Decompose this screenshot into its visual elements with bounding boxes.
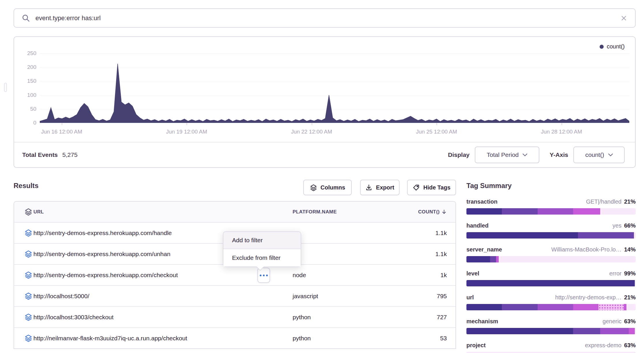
tag-bar-segment	[490, 256, 496, 262]
tag-distribution-bar[interactable]	[466, 304, 636, 310]
tag-percentage: 99%	[624, 270, 636, 277]
tag-distribution-bar[interactable]	[466, 280, 636, 286]
search-bar[interactable]: event.type:error has:url	[14, 8, 636, 28]
clear-search-icon[interactable]	[620, 14, 628, 22]
count-cell[interactable]: 727	[385, 314, 455, 321]
y-tick-label: 100	[19, 92, 36, 98]
url-cell[interactable]: http://sentry-demos-express.herokuapp.co…	[33, 272, 293, 279]
tag-bar-segment	[573, 208, 600, 215]
tag-percentage: 63%	[624, 342, 636, 349]
chart-legend[interactable]: count()	[600, 43, 625, 50]
tag-bar-segment	[466, 328, 573, 334]
count-cell[interactable]: 795	[385, 293, 455, 300]
sort-desc-icon	[441, 209, 447, 215]
column-header-platform[interactable]: PLATFORM.NAME	[293, 209, 385, 215]
tag-percentage: 63%	[624, 318, 636, 325]
hide-tags-button[interactable]: Hide Tags	[407, 180, 456, 195]
cell-actions-menu: Add to filter Exclude from filter	[223, 231, 301, 267]
x-tick-label: Jun 16 12:00 AM	[41, 129, 82, 135]
hide-tags-button-label: Hide Tags	[423, 184, 450, 191]
export-button-label: Export	[376, 184, 394, 191]
platform-cell[interactable]: javascript	[293, 293, 385, 300]
x-tick-label: Jun 22 12:00 AM	[291, 129, 332, 135]
tag-name: project	[466, 342, 486, 349]
tag-row: project express-demo 63%	[466, 342, 636, 353]
y-tick-label: 0	[19, 120, 36, 126]
tag-top-value: GET|/handled	[586, 198, 622, 205]
tag-icon	[413, 184, 420, 191]
total-events-label: Total Events	[22, 151, 58, 158]
platform-cell[interactable]: node	[293, 272, 385, 279]
table-row[interactable]: http://neilmanvar-flask-m3uuizd7iq-uc.a.…	[14, 327, 455, 348]
url-cell[interactable]: http://localhost:5000/	[33, 293, 293, 300]
count-cell[interactable]: 1k	[385, 272, 455, 279]
tag-percentage: 14%	[624, 246, 636, 253]
tag-bar-segment	[629, 328, 635, 334]
x-tick-label: Jun 25 12:00 AM	[416, 129, 457, 135]
tag-percentage: 21%	[624, 198, 636, 205]
platform-cell[interactable]: python	[293, 335, 385, 342]
search-input[interactable]: event.type:error has:url	[35, 14, 620, 22]
chart-footer: Total Events 5,275 Display Total Period …	[14, 142, 635, 167]
tag-distribution-bar[interactable]	[466, 352, 636, 353]
tag-percentage: 66%	[624, 222, 636, 229]
url-cell[interactable]: http://localhost:3003/checkout	[33, 314, 293, 321]
columns-button[interactable]: Columns	[303, 180, 352, 195]
tag-name: server_name	[466, 246, 502, 253]
chevron-down-icon	[608, 153, 613, 156]
y-tick-label: 50	[19, 106, 36, 112]
tag-bar-segment	[496, 256, 499, 262]
tag-bar-segment	[502, 208, 537, 215]
tag-name: url	[466, 294, 474, 301]
stack-icon	[14, 292, 33, 300]
tag-distribution-bar[interactable]	[466, 232, 636, 239]
stack-icon	[310, 184, 317, 191]
tag-bar-segment	[624, 304, 626, 310]
tag-bar-segment	[573, 304, 598, 310]
count-cell[interactable]: 1.1k	[385, 251, 455, 258]
tag-row: level error 99%	[466, 270, 636, 286]
column-header-url[interactable]: URL	[33, 209, 293, 215]
results-table: URL PLATFORM.NAME COUNT() http://sentry-…	[14, 201, 456, 349]
count-cell[interactable]: 1.1k	[385, 230, 455, 236]
tag-distribution-bar[interactable]	[466, 328, 636, 334]
table-row[interactable]: http://localhost:3003/checkout python 72…	[14, 306, 455, 327]
gridline	[40, 123, 629, 123]
x-tick-mark	[312, 123, 312, 125]
column-header-count[interactable]: COUNT()	[385, 209, 455, 215]
tag-distribution-bar[interactable]	[466, 208, 636, 215]
table-row[interactable]: http://localhost:5000/ javascript 795	[14, 285, 455, 306]
x-tick-mark	[187, 123, 187, 125]
tag-bar-segment	[600, 328, 629, 334]
tag-row: server_name Williams-MacBook-Pro.lo… 14%	[466, 246, 636, 262]
tag-percentage: 21%	[624, 294, 636, 301]
yaxis-select[interactable]: count()	[573, 147, 625, 163]
stack-icon	[14, 271, 33, 279]
x-tick-label: Jun 19 12:00 AM	[166, 129, 207, 135]
menu-item-exclude-from-filter[interactable]: Exclude from filter	[223, 249, 301, 266]
table-row[interactable]: http://sentry-demos-express.herokuapp.co…	[14, 264, 455, 285]
tag-summary-heading: Tag Summary	[466, 182, 636, 190]
export-button[interactable]: Export	[360, 180, 400, 195]
url-cell[interactable]: http://neilmanvar-flask-m3uuizd7iq-uc.a.…	[33, 335, 293, 342]
tag-bar-segment	[578, 232, 634, 239]
tag-distribution-bar[interactable]	[466, 256, 636, 262]
x-tick-mark	[436, 123, 437, 125]
legend-series-label: count()	[607, 43, 625, 50]
y-tick-label: 200	[19, 64, 36, 70]
sidebar-drag-handle[interactable]	[4, 83, 7, 92]
chevron-down-icon	[523, 153, 527, 156]
tag-bar-segment	[598, 304, 624, 310]
columns-button-label: Columns	[321, 184, 345, 191]
stack-icon	[14, 250, 33, 258]
events-chart-panel: count() 050100150200250 Jun 16 12:00 AM …	[14, 36, 636, 168]
tag-bar-segment	[466, 232, 578, 239]
tag-top-value: http://sentry-demos-exp…	[555, 294, 622, 301]
platform-cell[interactable]: python	[293, 314, 385, 321]
event-area-chart[interactable]	[40, 53, 629, 123]
display-label: Display	[448, 151, 470, 158]
display-select[interactable]: Total Period	[475, 147, 539, 163]
count-cell[interactable]: 53	[385, 335, 455, 342]
menu-item-add-to-filter[interactable]: Add to filter	[223, 232, 301, 249]
tag-top-value: Williams-MacBook-Pro.lo…	[551, 246, 622, 253]
